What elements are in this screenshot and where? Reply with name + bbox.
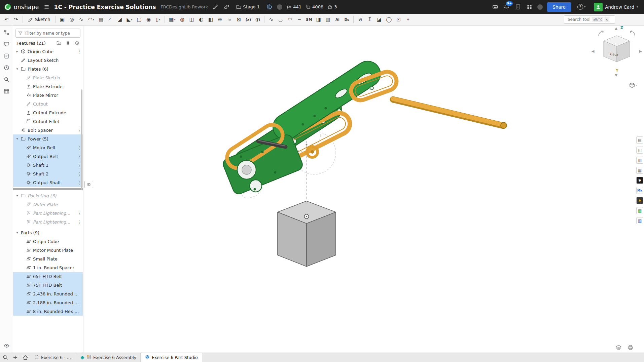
feature-filter[interactable] [15,29,80,38]
feature-row[interactable]: ▸Motor Mount Plate [13,246,83,254]
history-clock-icon[interactable] [74,40,80,46]
feature-row[interactable]: ▾Plates (6) [13,65,83,73]
extrude-icon[interactable]: ▣ [58,15,67,24]
sheet-metal-icon[interactable]: SM [304,15,314,24]
bridging-curve-icon[interactable]: ◠ [285,15,294,24]
mk-app-icon[interactable]: Mk [636,187,643,194]
context-menu-icon[interactable]: ⋮ [77,211,81,216]
measure-icon[interactable]: ⌀ [356,15,365,24]
transform-icon[interactable]: ⊕ [215,15,224,24]
model-tree-icon[interactable] [3,29,10,36]
green-table-app-icon[interactable]: ▦ [636,207,643,214]
shell-icon[interactable]: ▢ [135,15,144,24]
feature-row[interactable]: ▾Power (5) [13,134,83,143]
onshape-logo[interactable]: onshape [4,3,39,11]
tab-exercise-6-din[interactable]: Exercise 6 - Din [30,353,76,362]
custom-feature-ds-icon[interactable]: Ds [342,15,351,24]
mirror-feature-icon[interactable]: ◫ [187,15,196,24]
view-options-button[interactable]: ▾ [627,82,639,88]
feature-row[interactable]: ▾Pocketing (3) [13,191,83,200]
fillet-icon[interactable]: ◜ [106,15,115,24]
feature-row[interactable]: ▸Output Shaft⋮ [13,178,83,187]
search-icon[interactable] [3,76,10,83]
view-cube-faces[interactable]: Back [592,30,642,75]
notes-icon[interactable] [3,52,10,59]
tab-search-icon[interactable] [0,353,10,362]
suppress-pause-icon[interactable] [65,40,71,46]
feature-row[interactable]: ▸Plate Sketch [13,73,83,82]
hamburger-menu-icon[interactable] [43,3,50,10]
link-icon[interactable] [223,3,230,10]
named-views-icon[interactable]: ⊡ [394,15,403,24]
draft-icon[interactable]: ◣▾ [125,15,135,24]
feature-row[interactable]: ▸Origin Cube [13,237,83,246]
workspace-selector[interactable]: Stage 1 [234,4,262,10]
rib-icon[interactable]: ▯▾ [153,15,163,24]
comments-icon[interactable] [3,41,10,48]
search-tools-input[interactable] [567,17,591,22]
redo-icon[interactable]: ↷ [11,15,21,24]
chamfer-icon[interactable]: ◢ [115,15,124,24]
printer-icon[interactable] [627,344,634,351]
boolean-icon[interactable]: ◐ [196,15,206,24]
help-menu[interactable]: ? ▾ [575,4,587,10]
sketch-button[interactable]: Sketch [25,15,53,24]
panel-scrollbar[interactable] [81,89,82,190]
hidden-items-icon[interactable] [3,342,10,349]
rename-pencil-icon[interactable] [212,3,219,10]
view-cube[interactable]: ▲ ▼ ◀ ▶ Z Y Back [592,26,642,77]
feature-row[interactable]: ▸Cutout Extrude [13,108,83,117]
feature-row[interactable]: ▸Layout Sketch [13,56,83,65]
feature-row[interactable]: ▸Cutout [13,99,83,108]
hole-icon[interactable]: ◉ [144,15,153,24]
keyboard-shortcuts-icon[interactable] [492,3,499,10]
branch-count[interactable]: 441 [286,4,301,9]
tab-exercise-6-assembly[interactable]: Exercise 6 Assembly [76,353,141,362]
feature-script-icon[interactable]: (ƒ) [253,15,262,24]
projected-curve-icon[interactable]: ◡ [276,15,285,24]
circular-pattern-icon[interactable]: ◍ [178,15,187,24]
feature-row[interactable]: ▸1 in. Round Spacer [13,263,83,272]
tables-icon[interactable] [3,88,10,95]
likes-count[interactable]: 3 [327,4,337,9]
sheet-metal-tab-icon[interactable]: ▧ [323,15,332,24]
helix-icon[interactable]: ∿ [266,15,276,24]
feature-row[interactable]: ▸75T HTD Belt [13,281,83,289]
search-tools-box[interactable]: alt/⌥ c [564,15,615,24]
isolate-icon[interactable]: ◯ [384,15,394,24]
feature-filter-input[interactable] [25,31,78,36]
feature-row[interactable]: ▸Bolt Spacer⋮ [13,126,83,134]
public-globe-icon[interactable] [266,3,273,10]
feature-row[interactable]: ▸Cutout Fillet [13,117,83,126]
feature-row[interactable]: ▸Small Plate [13,254,83,263]
feature-row[interactable]: ▸Outer Plate [13,200,83,209]
app-grid-icon[interactable] [526,3,533,10]
context-menu-icon[interactable]: ⋮ [77,49,81,54]
feature-row[interactable]: ▸Part Lightening...⋮ [13,217,83,226]
feature-row[interactable]: ▸2.438 in. Rounded Hex... [13,289,83,298]
home-icon[interactable] [20,353,30,362]
delete-part-icon[interactable]: ⊠ [234,15,243,24]
split-icon[interactable]: ◧ [206,15,215,24]
sheet-outline-app-icon[interactable]: ▥ [636,157,643,164]
composite-curve-icon[interactable]: ~ [295,15,304,24]
chevron-down-icon[interactable]: ▾ [15,231,19,234]
feature-row[interactable]: ▸Plate Extrude [13,82,83,91]
chevron-right-icon[interactable]: ▸ [15,50,19,53]
feature-row[interactable]: ▸8 in. Rounded Hex Shaft [13,307,83,316]
thicken-icon[interactable]: ▤ [97,15,106,24]
undo-icon[interactable]: ↶ [2,15,11,24]
feature-row[interactable]: ▸2.188 in. Rounded Hex ... [13,298,83,307]
copies-count[interactable]: 4008 [306,4,323,9]
feature-row[interactable]: ▸Plate Mirror [13,91,83,99]
chevron-down-icon[interactable]: ▾ [15,67,19,71]
user-menu[interactable]: Andrew Card ▾ [592,2,640,12]
feature-row[interactable]: ▸65T HTD Belt [13,272,83,281]
feature-row[interactable]: ▸Origin Cube⋮ [13,47,83,56]
loft-icon[interactable]: ◠▾ [86,15,96,24]
snapshot-icon[interactable]: ⌖ [403,15,413,24]
document-outline-app-icon[interactable]: ▤ [636,136,643,144]
new-tab-plus-icon[interactable] [10,353,20,362]
revolve-icon[interactable]: ◎ [67,15,76,24]
feature-row[interactable]: ▸Shaft 2⋮ [13,169,83,178]
